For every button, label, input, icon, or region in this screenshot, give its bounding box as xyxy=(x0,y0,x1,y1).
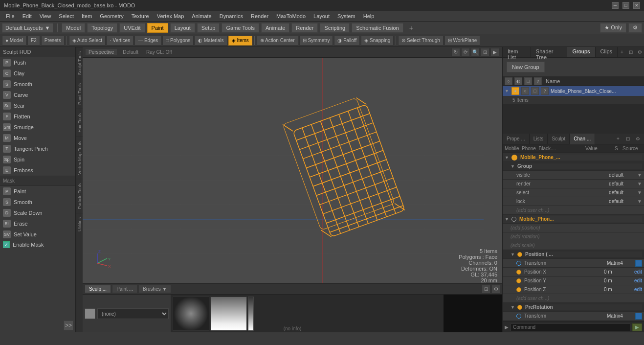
menu-animate[interactable]: Animate xyxy=(188,12,215,20)
materials-button[interactable]: ◐ Materials xyxy=(195,36,227,46)
settings-button[interactable]: ⚙ xyxy=(628,23,642,33)
prop-position-header[interactable]: ▼ Position ( ... xyxy=(503,250,644,259)
enable-mask-toggle[interactable]: ✓ Enable Mask xyxy=(0,240,75,250)
brush-thumb-1[interactable] xyxy=(173,297,209,331)
tool-clay[interactable]: C Clay xyxy=(0,68,75,79)
tool-spin[interactable]: Sp Spin xyxy=(0,154,75,165)
il-icon-4[interactable]: ? xyxy=(534,77,542,85)
tool-carve[interactable]: V Carve xyxy=(0,90,75,100)
brush-thumb-2[interactable] xyxy=(210,297,247,331)
menu-edit[interactable]: Edit xyxy=(19,12,36,20)
vert-tab-utilities[interactable]: Utilities xyxy=(76,213,83,235)
tool-scale-down[interactable]: D Scale Down xyxy=(0,207,75,218)
vertices-button[interactable]: · Vertices xyxy=(107,36,133,46)
posz-edit[interactable]: edit xyxy=(634,287,642,292)
viewport[interactable]: Perspective Default Ray GL: Off ↻ ⟳ 🔍 ⊡ … xyxy=(83,47,502,332)
bp-settings-button[interactable]: ⚙ xyxy=(491,285,500,294)
tool-paint[interactable]: P Paint xyxy=(0,186,75,197)
bp-preset-select[interactable]: (none) xyxy=(97,308,169,319)
tool-scar[interactable]: Sc Scar xyxy=(0,100,75,111)
item-select-icon[interactable]: □ xyxy=(531,87,539,95)
maximize-button[interactable]: □ xyxy=(622,2,629,9)
vert-tab-hair[interactable]: Hair Tools xyxy=(76,109,83,137)
viewport-refresh-button[interactable]: ⟳ xyxy=(461,48,470,57)
render-dropdown[interactable]: ▼ xyxy=(637,181,642,186)
tool-smooth[interactable]: S Smooth xyxy=(0,79,75,90)
vert-tab-vertexmap[interactable]: Vertex Map Tools xyxy=(76,137,83,179)
action-center-button[interactable]: ⊕ Action Center xyxy=(257,36,298,46)
item-lock-icon[interactable]: ? xyxy=(541,87,549,95)
viewport-search-button[interactable]: 🔍 xyxy=(471,48,480,57)
mode-f2-button[interactable]: F2 xyxy=(27,36,40,46)
auto-select-button[interactable]: ◈ Auto Select xyxy=(69,36,106,46)
edges-button[interactable]: — Edges xyxy=(134,36,161,46)
polygons-button[interactable]: □ Polygons xyxy=(162,36,194,46)
prop-select[interactable]: select default ▼ xyxy=(503,188,644,197)
select-dropdown[interactable]: ▼ xyxy=(637,190,642,195)
presets-button[interactable]: Presets xyxy=(41,36,65,46)
menu-help[interactable]: Help xyxy=(359,12,378,20)
cmd-run-button[interactable]: ▶ xyxy=(632,323,642,331)
prop-transform-2[interactable]: Transform Matrix4 xyxy=(503,312,644,321)
tab-schematic[interactable]: Schematic Fusion xyxy=(352,23,403,33)
chan-tab-channels[interactable]: Chan ... xyxy=(570,134,595,144)
bp-color-swatch[interactable] xyxy=(85,308,95,319)
enable-mask-checkbox[interactable]: ✓ xyxy=(3,241,10,248)
tool-move[interactable]: M Move xyxy=(0,133,75,143)
minimize-button[interactable]: ─ xyxy=(612,2,619,9)
viewport-maximize-button[interactable]: ⊡ xyxy=(481,48,489,57)
tab-uvedit[interactable]: UVEdit xyxy=(119,23,145,33)
tool-flatten[interactable]: F Flatten xyxy=(0,111,75,122)
prop-visible[interactable]: visible default ▼ xyxy=(503,171,644,180)
tool-push[interactable]: P Push xyxy=(0,57,75,68)
bp-tab-sculpt[interactable]: Sculp ... xyxy=(85,285,111,293)
tab-animate[interactable]: Animate xyxy=(261,23,289,33)
prop-add-scale[interactable]: (add scale) xyxy=(503,241,644,250)
prop-add-rotation[interactable]: (add rotation) xyxy=(503,232,644,241)
rp-tab-shadertree[interactable]: Shader Tree xyxy=(531,47,568,57)
tool-tangent-pinch[interactable]: T Tangent Pinch xyxy=(0,143,75,154)
menu-layout[interactable]: Layout xyxy=(310,12,333,20)
tab-scripting[interactable]: Scripting xyxy=(320,23,350,33)
chan-tab-properties[interactable]: Prope ... xyxy=(503,134,530,144)
menu-system[interactable]: System xyxy=(333,12,359,20)
prop-group-sub[interactable]: ▼ Group xyxy=(503,162,644,171)
menu-item[interactable]: Item xyxy=(78,12,96,20)
new-group-button[interactable]: New Group xyxy=(507,62,545,72)
menu-geometry[interactable]: Geometry xyxy=(96,12,127,20)
menu-view[interactable]: View xyxy=(36,12,55,20)
il-icon-3[interactable]: □ xyxy=(524,77,532,85)
chan-tab-lists[interactable]: Lists xyxy=(530,134,548,144)
tab-layout[interactable]: Layout xyxy=(170,23,195,33)
menu-maxtomodo[interactable]: MaxToModo xyxy=(272,12,310,20)
rp-tab-clips[interactable]: Clips xyxy=(596,47,618,57)
menu-select[interactable]: Select xyxy=(55,12,78,20)
expand-sidebar-button[interactable]: >> xyxy=(64,321,73,330)
cmd-expand-icon[interactable]: ▶ xyxy=(505,324,509,330)
transform-link-icon[interactable] xyxy=(635,260,642,267)
prop-render[interactable]: render default ▼ xyxy=(503,180,644,188)
add-tab-button[interactable]: + xyxy=(405,22,417,34)
tool-erase[interactable]: Er Erase xyxy=(0,218,75,229)
tool-set-value[interactable]: SV Set Value xyxy=(0,229,75,240)
prop-prerotation-header[interactable]: ▼ PreRotation xyxy=(503,303,644,312)
viewport-mode-label[interactable]: Default xyxy=(121,49,140,55)
prop-position-x[interactable]: Position X 0 m edit xyxy=(503,268,644,276)
menu-dynamics[interactable]: Dynamics xyxy=(216,12,247,20)
viewport-rotate-button[interactable]: ↻ xyxy=(451,48,460,57)
prop-group-mobile-phon-2[interactable]: ▼ Mobile_Phon... xyxy=(503,215,644,224)
chan-tab-sculpt[interactable]: Sculpt xyxy=(548,134,570,144)
rp-tab-groups[interactable]: Groups xyxy=(567,47,595,57)
prop-add-user-ch-1[interactable]: (add user ch...) xyxy=(503,206,644,215)
symmetry-button[interactable]: ⊟ Symmetry xyxy=(299,36,333,46)
prop-group-mobile-phone[interactable]: ▼ Mobile_Phone_... xyxy=(503,153,644,162)
star-only-button[interactable]: ★ Only xyxy=(600,23,626,33)
rp-tab-itemlist[interactable]: Item List xyxy=(503,47,531,57)
rp-add-button[interactable]: + xyxy=(618,48,626,57)
bp-tab-paint[interactable]: Paint ... xyxy=(112,285,137,293)
items-button[interactable]: ◈ Items xyxy=(228,36,252,46)
viewport-render-label[interactable]: Ray GL: Off xyxy=(144,49,174,55)
menu-file[interactable]: File xyxy=(2,12,19,20)
viewport-menu-button[interactable]: ▶ xyxy=(490,48,499,57)
transform2-link-icon[interactable] xyxy=(635,313,642,320)
